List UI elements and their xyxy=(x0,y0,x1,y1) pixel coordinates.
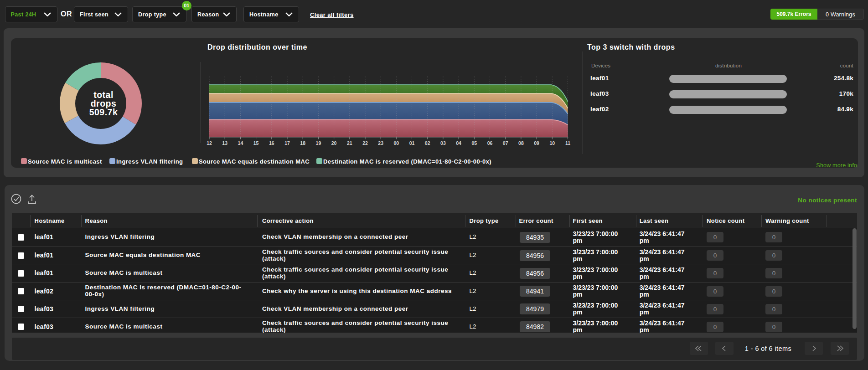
svg-text:19: 19 xyxy=(316,140,321,146)
svg-text:03: 03 xyxy=(440,140,446,146)
svg-text:05: 05 xyxy=(471,140,477,146)
svg-text:14: 14 xyxy=(238,140,243,146)
svg-text:10: 10 xyxy=(549,140,555,146)
svg-text:02: 02 xyxy=(425,140,430,146)
svg-text:04: 04 xyxy=(456,140,461,146)
svg-text:16: 16 xyxy=(269,140,274,146)
svg-text:21: 21 xyxy=(347,140,352,146)
svg-text:00: 00 xyxy=(393,140,399,146)
svg-text:12: 12 xyxy=(207,140,212,146)
svg-text:23: 23 xyxy=(378,140,383,146)
svg-text:18: 18 xyxy=(300,140,305,146)
svg-text:07: 07 xyxy=(503,140,508,146)
svg-text:15: 15 xyxy=(253,140,259,146)
svg-text:22: 22 xyxy=(362,140,368,146)
svg-text:13: 13 xyxy=(222,140,227,146)
svg-text:06: 06 xyxy=(487,140,493,146)
svg-text:17: 17 xyxy=(284,140,290,146)
svg-text:09: 09 xyxy=(534,140,539,146)
svg-text:08: 08 xyxy=(518,140,524,146)
svg-text:11: 11 xyxy=(565,140,570,146)
svg-text:20: 20 xyxy=(331,140,337,146)
svg-text:01: 01 xyxy=(409,140,415,146)
